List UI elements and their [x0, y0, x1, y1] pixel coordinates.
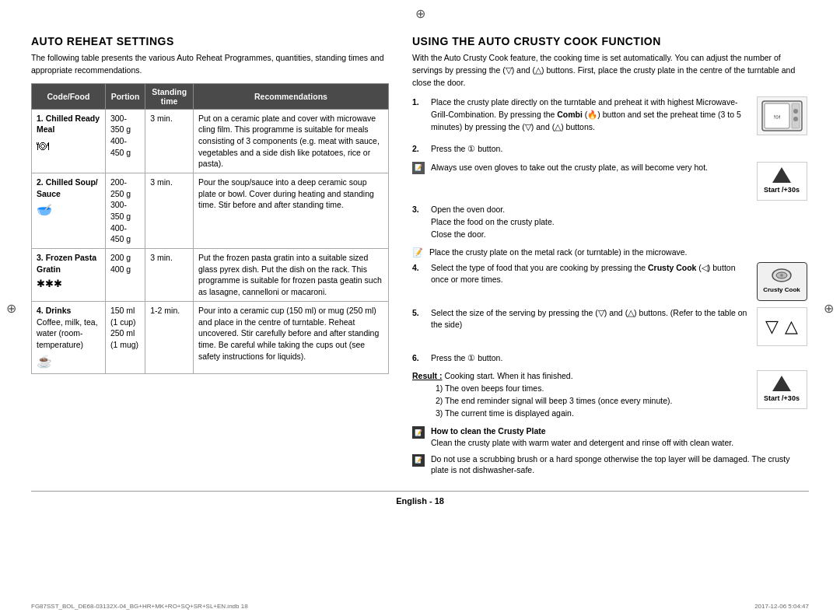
note-icon-clean: 📝: [412, 426, 425, 439]
result-item-1: 1) The oven beeps four times.: [436, 383, 748, 395]
start-label: Start /+30s: [764, 185, 800, 195]
col-code: Code/Food: [32, 83, 106, 109]
food-name: 2. Chilled Soup/ Sauce: [37, 177, 98, 198]
standing-time: 3 min.: [145, 109, 194, 173]
food-icon: 🍽: [37, 138, 100, 155]
standing-time: 3 min.: [145, 173, 194, 248]
result-row: Result : Cooking start. When it has fini…: [412, 370, 809, 419]
step-3: 3. Open the oven door. Place the food on…: [412, 204, 809, 240]
result-label: Result :: [412, 371, 443, 380]
right-title: USING THE AUTO CRUSTY COOK FUNCTION: [412, 35, 809, 47]
food-name: 1. Chilled Ready Meal: [37, 114, 100, 135]
compass-left-icon: ⊕: [6, 301, 16, 316]
crusty-cook-button-image: Crusty Cook: [757, 262, 807, 301]
compass-top-icon: ⊕: [415, 6, 425, 21]
step-image-4: Crusty Cook: [754, 262, 809, 301]
portion: 200 g400 g: [105, 249, 145, 302]
note-image-start1: Start /+30s: [754, 162, 809, 201]
note-rack: 📝 Place the crusty plate on the metal ra…: [412, 247, 809, 258]
step-image-1: 🍽: [754, 96, 809, 137]
result-items: 1) The oven beeps four times. 2) The end…: [436, 383, 748, 419]
result-item-3: 3) The current time is displayed again.: [436, 408, 748, 420]
step-2: 2. Press the ① button.: [412, 143, 809, 156]
food-name: 3. Frozen Pasta Gratin: [37, 253, 96, 274]
col-rec: Recommendations: [193, 83, 388, 109]
note-icon-gloves: 📝: [412, 162, 425, 174]
crusty-cook-label: Crusty Cook: [763, 285, 800, 295]
step-image-5: ▽ △: [754, 307, 809, 346]
main-content: AUTO REHEAT SETTINGS The following table…: [31, 35, 809, 479]
right-intro: With the Auto Crusty Cook feature, the c…: [412, 52, 809, 89]
footer: English - 18: [31, 491, 809, 506]
start-triangle-icon: [772, 167, 791, 183]
step-4: 4. Select the type of food that you are …: [412, 262, 809, 301]
footer-left: FG87SST_BOL_DE68-03132X-04_BG+HR+MK+RO+S…: [31, 603, 248, 610]
step-content-4: Select the type of food that you are coo…: [431, 262, 748, 287]
step-6: 6. Press the ① button.: [412, 352, 809, 365]
left-title: AUTO REHEAT SETTINGS: [31, 35, 389, 47]
footer-right: 2017-12-06 5:04:47: [754, 603, 809, 610]
how-to-text: How to clean the Crusty Plate Clean the …: [431, 425, 733, 448]
down-arrow-icon: ▽: [765, 313, 779, 339]
table-row: 3. Frozen Pasta Gratin ✱✱✱ 200 g400 g 3 …: [32, 249, 389, 302]
start-button-image2: Start /+30s: [757, 370, 807, 409]
table-row: 1. Chilled Ready Meal 🍽 300-350 g400-450…: [32, 109, 389, 173]
svg-point-3: [793, 109, 798, 114]
compass-right-icon: ⊕: [824, 301, 834, 316]
steps-list: 1. Place the crusty plate directly on th…: [412, 96, 809, 476]
food-code: 1. Chilled Ready Meal 🍽: [32, 109, 106, 173]
svg-point-4: [793, 117, 798, 121]
note-text-gloves: Always use oven gloves to take out the c…: [431, 162, 751, 173]
up-arrow-icon: △: [785, 313, 798, 339]
step-num-1: 1.: [412, 96, 425, 109]
step-5: 5. Select the size of the serving by pre…: [412, 307, 809, 346]
step-num-6: 6.: [412, 352, 425, 365]
start-label2: Start /+30s: [764, 394, 800, 404]
food-name: 4. DrinksCoffee, milk, tea, water (room-…: [37, 306, 98, 349]
note-text-rack: Place the crusty plate on the metal rack…: [429, 247, 687, 258]
how-to-body: Clean the crusty plate with warm water a…: [431, 438, 733, 447]
page: ⊕ ⊕ ⊕ AUTO REHEAT SETTINGS The following…: [0, 0, 840, 616]
portion: 200-250 g300-350 g400-450 g: [105, 173, 145, 248]
result-text-block: Result : Cooking start. When it has fini…: [412, 370, 748, 419]
start-button-image1: Start /+30s: [757, 162, 807, 201]
food-icon: 🥣: [37, 201, 100, 219]
standing-time: 3 min.: [145, 249, 194, 302]
start-triangle-icon2: [772, 376, 791, 391]
portion: 300-350 g400-450 g: [105, 109, 145, 173]
recommendation: Put the frozen pasta gratin into a suita…: [193, 249, 388, 302]
result-section: Result : Cooking start. When it has fini…: [412, 370, 809, 419]
how-to-title: How to clean the Crusty Plate: [431, 426, 546, 436]
step-num-2: 2.: [412, 143, 425, 156]
left-column: AUTO REHEAT SETTINGS The following table…: [31, 35, 389, 479]
right-column: USING THE AUTO CRUSTY COOK FUNCTION With…: [412, 35, 809, 479]
warning-text: Do not use a scrubbing brush or a hard s…: [431, 453, 809, 476]
step-content-3: Open the oven door. Place the food on th…: [431, 204, 809, 240]
step-content-1: Place the crusty plate directly on the t…: [431, 96, 748, 133]
col-portion: Portion: [105, 83, 145, 109]
svg-point-8: [780, 274, 783, 277]
note-gloves: 📝 Always use oven gloves to take out the…: [412, 162, 809, 201]
note-icon-warning: 📝: [412, 454, 425, 467]
step-content-6: Press the ① button.: [431, 352, 809, 365]
recommendation: Put on a ceramic plate and cover with mi…: [193, 109, 388, 173]
step-1: 1. Place the crusty plate directly on th…: [412, 96, 809, 137]
arrow-buttons-image: ▽ △: [757, 307, 807, 346]
step-content-2: Press the ① button.: [431, 143, 809, 156]
food-code: 4. DrinksCoffee, milk, tea, water (room-…: [32, 301, 106, 373]
reheat-table: Code/Food Portion Standing time Recommen…: [31, 83, 389, 374]
how-to-clean: 📝 How to clean the Crusty Plate Clean th…: [412, 425, 809, 448]
svg-rect-2: [792, 103, 800, 128]
step-num-3: 3.: [412, 204, 425, 216]
standing-time: 1-2 min.: [145, 301, 194, 373]
step-num-4: 4.: [412, 262, 425, 275]
col-standing: Standing time: [145, 83, 194, 109]
result-text: Cooking start. When it has finished.: [444, 371, 572, 380]
warning-note: 📝 Do not use a scrubbing brush or a hard…: [412, 453, 809, 476]
step-content-5: Select the size of the serving by pressi…: [431, 307, 748, 332]
left-intro: The following table presents the various…: [31, 52, 389, 77]
food-icon: ☕: [37, 353, 100, 370]
food-code: 2. Chilled Soup/ Sauce 🥣: [32, 173, 106, 248]
microwave-image: 🍽: [757, 96, 807, 135]
result-image: Start /+30s: [754, 370, 809, 409]
